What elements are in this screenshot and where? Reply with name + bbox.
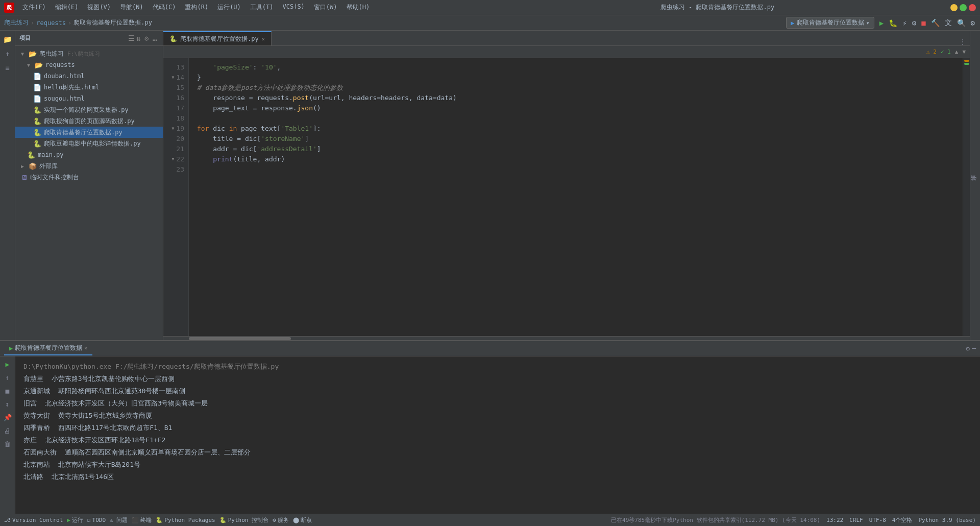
translate-icon[interactable]: 文 bbox=[944, 17, 953, 29]
debug-button[interactable]: 🐛 bbox=[888, 18, 898, 28]
run-status[interactable]: ▶ 运行 bbox=[67, 516, 83, 524]
services-icon: ⚙ bbox=[273, 517, 276, 523]
run-again-button[interactable]: ▶ bbox=[2, 358, 13, 370]
bottom-hide-icon[interactable]: ─ bbox=[972, 345, 976, 352]
tree-item-sougou-py[interactable]: 🐍 爬取搜狗首页的页面源码数据.py bbox=[15, 115, 163, 127]
run-config-selector[interactable]: ▶ 爬取肯德基餐厅位置数据 ▾ bbox=[786, 17, 874, 29]
menu-file[interactable]: 文件(F) bbox=[18, 2, 50, 13]
more-run-options[interactable]: ⚙ bbox=[911, 18, 917, 28]
menu-code[interactable]: 代码(C) bbox=[149, 2, 180, 13]
sidebar-more-icon[interactable]: … bbox=[153, 34, 159, 42]
problems-status[interactable]: ⚠ 问题 bbox=[110, 516, 128, 524]
delete-output-button[interactable]: 🗑 bbox=[2, 438, 13, 449]
fold-arrow-14[interactable]: ▼ bbox=[172, 73, 175, 83]
services-status[interactable]: ⚙ 服务 bbox=[273, 516, 289, 524]
tree-item-douban[interactable]: 📄 douban.html bbox=[15, 70, 163, 82]
tree-item-hello[interactable]: 📄 hello树先生.html bbox=[15, 82, 163, 93]
tab-settings-icon[interactable]: ⋮ bbox=[960, 38, 966, 45]
run-output-line-1: 育慧里 小营东路3号北京凯基伦购物中心一层西侧 bbox=[23, 373, 972, 385]
horizontal-scrollbar[interactable] bbox=[163, 336, 970, 340]
folder-icon-scratch: 🖥 bbox=[21, 174, 28, 181]
structure-icon[interactable]: ≡ bbox=[1, 61, 14, 75]
breadcrumb-root[interactable]: 爬虫练习 bbox=[4, 18, 29, 27]
minimize-button[interactable]: ─ bbox=[950, 4, 958, 11]
search-everywhere[interactable]: 🔍 bbox=[956, 18, 967, 28]
todo-status[interactable]: ☑ TODO bbox=[87, 517, 106, 523]
tree-item-requests[interactable]: ▼ 📂 requests bbox=[15, 59, 163, 70]
position-status[interactable]: 13:22 bbox=[826, 517, 843, 523]
menu-vcs[interactable]: VCS(S) bbox=[279, 2, 309, 13]
run-tab-close[interactable]: ✕ bbox=[84, 345, 87, 351]
menu-view[interactable]: 视图(V) bbox=[83, 2, 115, 13]
ok-indicator[interactable]: ✓ 1 bbox=[941, 49, 951, 55]
rerun-up-button[interactable]: ↑ bbox=[2, 372, 13, 383]
tree-arrow-requests: ▼ bbox=[27, 62, 33, 68]
sidebar-settings-icon[interactable]: ⚙ bbox=[144, 34, 151, 42]
run-output-line-7: 石园南大街 通顺路石园西区南侧北京顺义西单商场石园分店一层、二层部分 bbox=[23, 446, 972, 459]
pin-button[interactable]: 📌 bbox=[2, 412, 13, 423]
file-icon-douban-movie: 🐍 bbox=[33, 140, 41, 148]
encoding-status[interactable]: UTF-8 bbox=[869, 517, 886, 523]
editor-tab-kfc[interactable]: 🐍 爬取肯德基餐厅位置数据.py ✕ bbox=[163, 31, 272, 45]
tree-item-kfc[interactable]: 🐍 爬取肯德基餐厅位置数据.py bbox=[15, 127, 163, 138]
indent-status[interactable]: 4个空格 bbox=[892, 516, 913, 524]
clear-output-button[interactable]: ↕ bbox=[2, 398, 13, 410]
fold-arrow-19[interactable]: ▼ bbox=[172, 124, 175, 134]
tree-label-external: 外部库 bbox=[39, 162, 58, 171]
sidebar-collapse-icon[interactable]: ☰ bbox=[128, 34, 134, 42]
python-packages-icon: 🐍 bbox=[156, 517, 163, 523]
fold-arrow-22[interactable]: ▼ bbox=[172, 154, 175, 164]
tree-item-root[interactable]: ▼ 📂 爬虫练习 F:\爬虫练习 bbox=[15, 48, 163, 59]
commit-icon[interactable]: ↑ bbox=[1, 47, 14, 60]
tree-item-main[interactable]: 🐍 main.py bbox=[15, 149, 163, 160]
arrow-up-icon[interactable]: ▲ bbox=[955, 49, 959, 55]
file-icon-hello: 📄 bbox=[33, 84, 41, 91]
python-version-status[interactable]: Python 3.9 (base) bbox=[918, 517, 976, 523]
code-editor[interactable]: 'pageSize': '10', } # data参数是post方法中处理参数… bbox=[189, 58, 963, 336]
run-button[interactable]: ▶ bbox=[878, 18, 885, 28]
close-button[interactable]: ✕ bbox=[969, 4, 976, 11]
menu-window[interactable]: 窗口(W) bbox=[310, 2, 341, 13]
menu-edit[interactable]: 编辑(E) bbox=[51, 2, 83, 13]
terminal-status[interactable]: ⬛ 终端 bbox=[132, 516, 152, 524]
maximize-button[interactable]: □ bbox=[960, 4, 967, 11]
menu-run[interactable]: 运行(U) bbox=[213, 2, 245, 13]
menu-tools[interactable]: 工具(T) bbox=[246, 2, 278, 13]
coverage-button[interactable]: ⚡ bbox=[901, 18, 908, 28]
print-button[interactable]: 🖨 bbox=[2, 425, 13, 436]
tree-item-sougou[interactable]: 📄 sougou.html bbox=[15, 93, 163, 104]
breadcrumb-folder[interactable]: requests bbox=[36, 19, 66, 27]
stop-run-button[interactable]: ■ bbox=[2, 385, 13, 396]
tree-label-collector: 实现一个简易的网页采集器.py bbox=[44, 106, 129, 114]
breakpoints-status[interactable]: ⬤ 断点 bbox=[293, 516, 312, 524]
settings-button[interactable]: ⚙ bbox=[970, 18, 976, 28]
python-console-status[interactable]: 🐍 Python 控制台 bbox=[219, 516, 268, 524]
arrow-down-icon[interactable]: ▼ bbox=[962, 49, 966, 55]
bottom-tab-bar: ▶ 爬取肯德基餐厅位置数据 ✕ ⚙ ─ bbox=[0, 341, 980, 356]
tree-item-douban-movie[interactable]: 🐍 爬取豆瓣电影中的电影详情数据.py bbox=[15, 138, 163, 149]
sidebar-tree: ▼ 📂 爬虫练习 F:\爬虫练习 ▼ 📂 requests 📄 douban.h… bbox=[15, 46, 163, 340]
run-tab-icon: ▶ bbox=[9, 345, 13, 352]
warning-indicator[interactable]: ⚠ 2 bbox=[926, 49, 937, 55]
tree-item-external[interactable]: ▶ 📦 外部库 bbox=[15, 160, 163, 172]
bookmarks-tab[interactable]: 书签 bbox=[968, 181, 980, 189]
tab-close-icon[interactable]: ✕ bbox=[262, 36, 265, 42]
tree-item-collector[interactable]: 🐍 实现一个简易的网页采集器.py bbox=[15, 104, 163, 115]
sidebar-sort-icon[interactable]: ⇅ bbox=[136, 34, 142, 42]
build-button[interactable]: 🔨 bbox=[930, 18, 941, 28]
line-num-20: 20 bbox=[163, 134, 188, 144]
vcs-status[interactable]: ⎇ Version Control bbox=[4, 517, 63, 523]
menu-help[interactable]: 帮助(H) bbox=[342, 2, 374, 13]
menu-refactor[interactable]: 重构(R) bbox=[181, 2, 212, 13]
run-tab[interactable]: ▶ 爬取肯德基餐厅位置数据 ✕ bbox=[4, 342, 92, 355]
menu-bar: 文件(F) 编辑(E) 视图(V) 导航(N) 代码(C) 重构(R) 运行(U… bbox=[18, 2, 484, 13]
python-packages-status[interactable]: 🐍 Python Packages bbox=[156, 517, 215, 523]
menu-navigate[interactable]: 导航(N) bbox=[116, 2, 148, 13]
run-output-line-9: 北清路 北京北清路1号146区 bbox=[23, 471, 972, 483]
stop-button[interactable]: ■ bbox=[920, 18, 926, 28]
project-icon[interactable]: 📁 bbox=[1, 33, 14, 46]
python-packages-label: Python Packages bbox=[164, 517, 215, 523]
tree-item-scratch[interactable]: 🖥 临时文件和控制台 bbox=[15, 172, 163, 183]
line-ending-status[interactable]: CRLF bbox=[849, 517, 863, 523]
bottom-settings-icon[interactable]: ⚙ bbox=[966, 345, 970, 352]
